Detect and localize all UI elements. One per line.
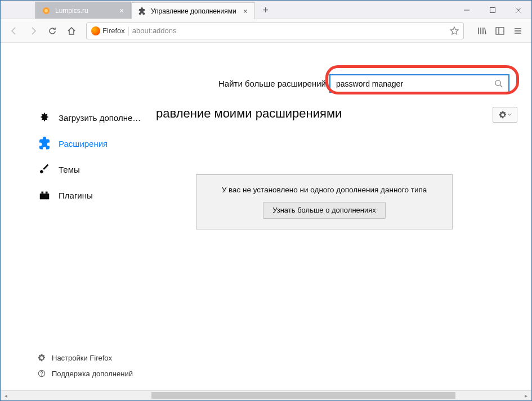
addons-content: Найти больше расширений Загрузить дополн…	[1, 43, 531, 390]
new-tab-button[interactable]: +	[257, 2, 274, 19]
scroll-track[interactable]	[11, 391, 521, 400]
link-label: Настройки Firefox	[52, 354, 112, 362]
site-favicon-icon	[42, 6, 51, 15]
extensions-search-input[interactable]	[329, 74, 509, 93]
svg-line-12	[500, 85, 502, 87]
library-button[interactable]	[473, 22, 491, 40]
svg-rect-14	[42, 192, 44, 194]
puzzle-icon	[137, 7, 146, 16]
empty-message: У вас не установлено ни одного дополнени…	[222, 186, 427, 194]
reload-button[interactable]	[43, 22, 61, 40]
puzzle-icon	[37, 136, 52, 151]
close-icon[interactable]: ×	[241, 7, 250, 16]
addons-sidebar: Загрузить дополне… Расширения Темы Плаги…	[37, 106, 161, 210]
firefox-logo-icon	[91, 26, 100, 35]
get-addons-icon	[37, 110, 52, 125]
identity-label: Firefox	[102, 26, 125, 35]
link-label: Поддержка дополнений	[52, 370, 133, 378]
help-icon	[37, 369, 46, 378]
sidebar-item-plugins[interactable]: Плагины	[37, 184, 161, 206]
empty-state: У вас не установлено ни одного дополнени…	[196, 174, 453, 229]
sidebar-item-label: Расширения	[59, 139, 108, 148]
identity-box[interactable]: Firefox	[91, 26, 129, 35]
scroll-right-icon[interactable]: ▸	[521, 391, 531, 400]
search-area: Найти больше расширений	[1, 74, 531, 93]
gear-icon	[499, 111, 507, 119]
svg-point-11	[495, 80, 500, 85]
svg-rect-13	[40, 193, 50, 199]
forward-button[interactable]	[24, 22, 42, 40]
bookmark-star-icon[interactable]	[450, 26, 459, 35]
tools-menu-button[interactable]	[493, 107, 517, 123]
plugin-icon	[37, 188, 52, 202]
search-icon[interactable]	[490, 74, 506, 93]
brush-icon	[37, 162, 52, 177]
sidebar-item-extensions[interactable]: Расширения	[37, 132, 161, 155]
tab-lumpics[interactable]: Lumpics.ru ×	[35, 2, 131, 19]
maximize-button[interactable]	[480, 1, 506, 19]
scroll-left-icon[interactable]: ◂	[1, 391, 11, 400]
footer-links: Настройки Firefox Поддержка дополнений	[37, 353, 133, 378]
search-label: Найти больше расширений	[218, 79, 326, 88]
sidebar-item-label: Плагины	[59, 191, 93, 200]
svg-point-1	[44, 9, 48, 12]
learn-more-button[interactable]: Узнать больше о дополнениях	[263, 202, 386, 219]
tab-bar: Lumpics.ru × Управление дополнениями × +	[1, 1, 531, 19]
page-heading: равление моими расширениями	[156, 106, 342, 121]
back-button[interactable]	[5, 22, 23, 40]
url-text: about:addons	[132, 26, 446, 35]
close-window-button[interactable]	[506, 1, 531, 19]
support-link[interactable]: Поддержка дополнений	[37, 369, 133, 378]
svg-rect-6	[496, 28, 504, 34]
sidebar-item-get-addons[interactable]: Загрузить дополне…	[37, 106, 161, 129]
sidebar-item-themes[interactable]: Темы	[37, 158, 161, 181]
sidebar-button[interactable]	[491, 22, 509, 40]
svg-rect-3	[490, 7, 495, 12]
preferences-link[interactable]: Настройки Firefox	[37, 353, 133, 362]
sidebar-item-label: Темы	[59, 165, 80, 174]
url-bar[interactable]: Firefox about:addons	[86, 22, 464, 39]
svg-rect-15	[46, 192, 48, 194]
home-button[interactable]	[62, 22, 81, 40]
close-icon[interactable]: ×	[117, 6, 126, 15]
chevron-down-icon	[508, 114, 512, 116]
tab-label: Lumpics.ru	[55, 7, 113, 15]
scroll-thumb[interactable]	[151, 392, 455, 399]
nav-toolbar: Firefox about:addons	[1, 19, 531, 43]
minimize-button[interactable]	[454, 1, 480, 19]
horizontal-scrollbar[interactable]: ◂ ▸	[1, 390, 531, 400]
gear-icon	[37, 353, 46, 362]
tab-label: Управление дополнениями	[151, 7, 236, 15]
tab-addons[interactable]: Управление дополнениями ×	[131, 2, 255, 19]
window-controls	[454, 1, 531, 19]
sidebar-item-label: Загрузить дополне…	[59, 113, 141, 123]
app-menu-button[interactable]	[509, 22, 527, 40]
